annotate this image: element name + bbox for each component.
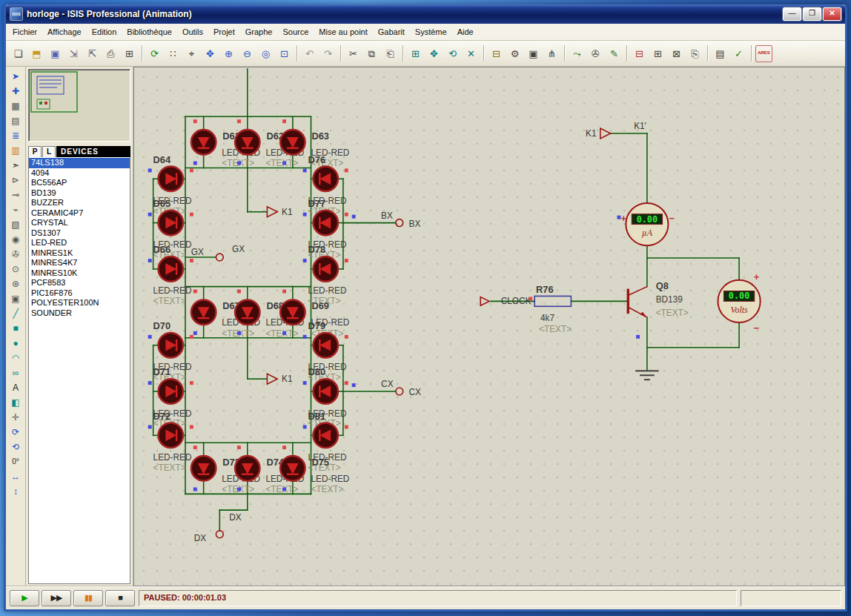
- center-at-cursor[interactable]: ✥: [202, 45, 219, 62]
- arc-2d-mode[interactable]: ◠: [8, 351, 23, 365]
- device-crystal[interactable]: CRYSTAL: [29, 218, 130, 228]
- led-D67[interactable]: [191, 299, 216, 325]
- menu-projet[interactable]: Projet: [208, 25, 240, 39]
- mirror-y[interactable]: ↕: [8, 484, 23, 499]
- device-74ls138[interactable]: 74LS138: [29, 158, 130, 168]
- mirror-x[interactable]: ↔: [8, 469, 23, 484]
- tape-recorder-mode[interactable]: ◉: [8, 232, 23, 247]
- menu-graphe[interactable]: Graphe: [240, 25, 278, 39]
- angle-display[interactable]: 0°: [8, 454, 23, 469]
- marker-2d-mode[interactable]: ✛: [8, 410, 23, 425]
- overview-thumbnail[interactable]: [28, 69, 130, 142]
- text-2d-mode[interactable]: A: [8, 380, 23, 395]
- led-D77[interactable]: [313, 211, 338, 236]
- wire-autorouter[interactable]: ⤳: [569, 45, 586, 62]
- device-minres1k[interactable]: MINRES1K: [29, 248, 130, 259]
- device-minres4k7[interactable]: MINRES4K7: [29, 258, 130, 268]
- led-D62[interactable]: [235, 130, 260, 155]
- menu-source[interactable]: Source: [277, 25, 314, 39]
- device-ceramic4p7[interactable]: CERAMIC4P7: [29, 208, 130, 219]
- open-design[interactable]: ⬒: [28, 45, 45, 62]
- menu-gabarit[interactable]: Gabarit: [373, 25, 410, 39]
- new-design[interactable]: ❏: [10, 45, 27, 62]
- device-bd139[interactable]: BD139: [29, 188, 130, 199]
- ground-symbol[interactable]: [635, 371, 659, 380]
- netlist-to-ares[interactable]: ARES: [755, 45, 772, 62]
- resistor-r76[interactable]: [534, 296, 571, 306]
- device-minres10k[interactable]: MINRES10K: [29, 268, 130, 279]
- led-D76[interactable]: [313, 166, 338, 191]
- menu-outils[interactable]: Outils: [177, 25, 208, 39]
- sheet-connector-k1-2[interactable]: [267, 374, 277, 384]
- packaging-tool[interactable]: ▣: [525, 45, 542, 62]
- mark-output-area[interactable]: ⊞: [121, 45, 138, 62]
- circle-2d-mode[interactable]: ●: [8, 336, 23, 351]
- led-D78[interactable]: [313, 256, 338, 282]
- toggle-grid[interactable]: ∷: [165, 45, 182, 62]
- box-2d-mode[interactable]: ■: [8, 321, 23, 336]
- led-D63[interactable]: [280, 130, 305, 155]
- text-script-mode[interactable]: ▤: [8, 113, 23, 128]
- led-D73[interactable]: [191, 456, 216, 481]
- device-buzzer[interactable]: BUZZER: [29, 198, 130, 208]
- import-section[interactable]: ⇲: [65, 45, 82, 62]
- led-D81[interactable]: [313, 423, 338, 448]
- menu-biblioth-que[interactable]: Bibliothèque: [122, 25, 177, 39]
- menu-syst-me[interactable]: Système: [410, 25, 452, 39]
- junction-mode[interactable]: ✚: [8, 84, 23, 99]
- step-button[interactable]: ▶▶: [42, 590, 71, 606]
- led-D71[interactable]: [159, 379, 184, 404]
- remove-sheet[interactable]: ⊠: [668, 45, 685, 62]
- close-button[interactable]: ✕: [823, 7, 841, 21]
- instant-edit-mode[interactable]: ➣: [8, 158, 23, 173]
- block-move[interactable]: ✥: [426, 45, 443, 62]
- symbol-2d-mode[interactable]: ◧: [8, 395, 23, 410]
- terminal-gx[interactable]: [216, 254, 223, 261]
- bus-mode[interactable]: ≣: [8, 128, 23, 143]
- minimize-button[interactable]: —: [783, 7, 801, 21]
- play-button[interactable]: ▶: [10, 590, 39, 606]
- terminal-dx[interactable]: [216, 531, 223, 538]
- clock-input-terminal[interactable]: [480, 297, 489, 305]
- zoom-out[interactable]: ⊖: [239, 45, 256, 62]
- graph-mode[interactable]: ▧: [8, 217, 23, 232]
- rotate-anticlockwise[interactable]: ⟲: [8, 440, 23, 454]
- zoom-all[interactable]: ◎: [257, 45, 274, 62]
- make-device[interactable]: ⚙: [506, 45, 523, 62]
- redo[interactable]: ↷: [319, 45, 337, 62]
- device-ds1307[interactable]: DS1307: [29, 228, 130, 239]
- design-explorer[interactable]: ⊟: [631, 45, 648, 62]
- block-copy[interactable]: ⊞: [407, 45, 424, 62]
- new-sheet[interactable]: ⊞: [649, 45, 666, 62]
- led-D74[interactable]: [235, 456, 260, 481]
- schematic-canvas[interactable]: D61LED-RED<TEXT>D62LED-RED<TEXT>D63LED-R…: [133, 67, 845, 586]
- search-and-tag[interactable]: ✇: [587, 45, 604, 62]
- pause-button[interactable]: ▮▮: [73, 590, 103, 606]
- cut[interactable]: ✂: [345, 45, 362, 62]
- rotate-clockwise[interactable]: ⟳: [8, 425, 23, 440]
- path-2d-mode[interactable]: ∞: [8, 365, 23, 380]
- block-rotate[interactable]: ⟲: [444, 45, 461, 62]
- terminal-cx[interactable]: [396, 388, 403, 395]
- led-D66[interactable]: [159, 256, 184, 282]
- current-probe-mode[interactable]: ⊛: [8, 276, 23, 291]
- zoom-area[interactable]: ⊡: [276, 45, 293, 62]
- pick-device[interactable]: ⊟: [488, 45, 505, 62]
- led-D79[interactable]: [313, 333, 338, 358]
- stop-button[interactable]: ■: [105, 590, 135, 606]
- false-origin[interactable]: ⌖: [183, 45, 200, 62]
- terminal-mode[interactable]: ⊸: [8, 188, 23, 202]
- export-section[interactable]: ⇱: [84, 45, 101, 62]
- led-D70[interactable]: [159, 333, 184, 358]
- undo[interactable]: ↶: [301, 45, 318, 62]
- led-D72[interactable]: [159, 423, 184, 448]
- property-assignment[interactable]: ✎: [606, 45, 623, 62]
- line-2d-mode[interactable]: ╱: [8, 306, 23, 321]
- redraw[interactable]: ⟳: [146, 45, 163, 62]
- device-sounder[interactable]: SOUNDER: [29, 308, 130, 319]
- wire-label-mode[interactable]: ▦: [8, 99, 23, 113]
- block-delete[interactable]: ✕: [463, 45, 480, 62]
- instrument-mode[interactable]: ▣: [8, 291, 23, 306]
- led-D80[interactable]: [313, 379, 338, 404]
- electrical-rule-check[interactable]: ✓: [730, 45, 747, 62]
